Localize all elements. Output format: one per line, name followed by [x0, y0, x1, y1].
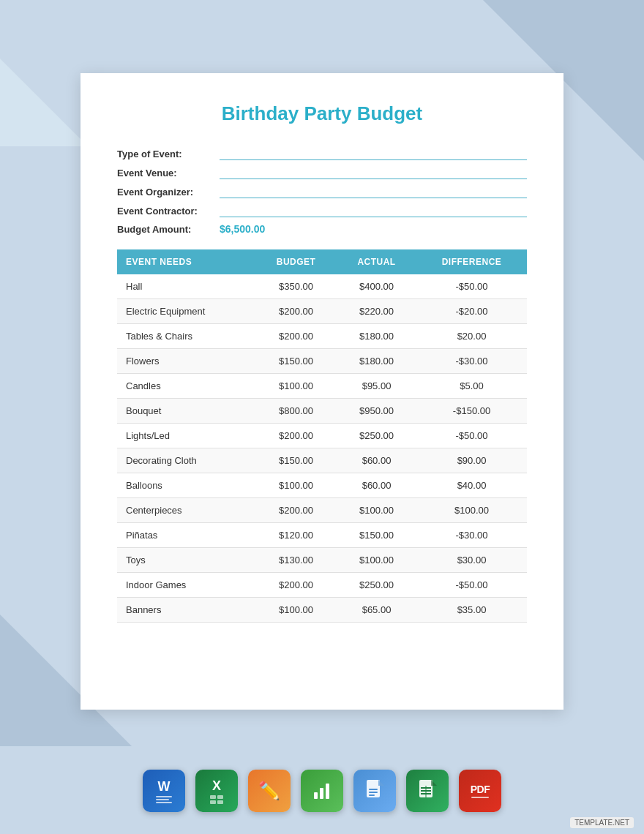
- cell-event-need: Tables & Chairs: [117, 324, 255, 349]
- pages-icon[interactable]: ✏️: [248, 770, 291, 812]
- form-row-budget-amount: Budget Amount: $6,500.00: [117, 223, 527, 235]
- cell-budget: $150.00: [255, 349, 337, 374]
- table-row: Indoor Games$200.00$250.00-$50.00: [117, 573, 527, 598]
- col-header-budget: BUDGET: [255, 249, 337, 274]
- excel-icon[interactable]: X: [195, 770, 238, 812]
- cell-difference: -$150.00: [416, 399, 527, 424]
- cell-event-need: Electric Equipment: [117, 299, 255, 324]
- cell-event-need: Flowers: [117, 349, 255, 374]
- cell-event-need: Toys: [117, 548, 255, 573]
- table-row: Tables & Chairs$200.00$180.00$20.00: [117, 324, 527, 349]
- cell-event-need: Banners: [117, 598, 255, 623]
- cell-difference: -$50.00: [416, 573, 527, 598]
- input-event-venue[interactable]: [220, 166, 527, 179]
- cell-event-need: Indoor Games: [117, 573, 255, 598]
- table-row: Piñatas$120.00$150.00-$30.00: [117, 523, 527, 548]
- cell-actual: $60.00: [337, 473, 416, 498]
- cell-difference: $35.00: [416, 598, 527, 623]
- cell-actual: $95.00: [337, 374, 416, 399]
- cell-event-need: Piñatas: [117, 523, 255, 548]
- cell-actual: $400.00: [337, 274, 416, 299]
- cell-actual: $220.00: [337, 299, 416, 324]
- cell-difference: -$50.00: [416, 274, 527, 299]
- table-row: Toys$130.00$100.00$30.00: [117, 548, 527, 573]
- cell-actual: $250.00: [337, 424, 416, 448]
- table-row: Candles$100.00$95.00$5.00: [117, 374, 527, 399]
- document-title: Birthday Party Budget: [117, 102, 527, 125]
- cell-budget: $200.00: [255, 424, 337, 448]
- cell-actual: $60.00: [337, 448, 416, 473]
- label-event-venue: Event Venue:: [117, 168, 220, 179]
- google-docs-icon[interactable]: [353, 770, 396, 812]
- value-budget-amount: $6,500.00: [220, 223, 265, 235]
- table-row: Balloons$100.00$60.00$40.00: [117, 473, 527, 498]
- cell-difference: $20.00: [416, 324, 527, 349]
- table-header-row: EVENT NEEDS BUDGET ACTUAL DIFFERENCE: [117, 249, 527, 274]
- cell-event-need: Balloons: [117, 473, 255, 498]
- cell-budget: $200.00: [255, 324, 337, 349]
- cell-actual: $180.00: [337, 349, 416, 374]
- cell-difference: $100.00: [416, 498, 527, 523]
- col-header-event-needs: EVENT NEEDS: [117, 249, 255, 274]
- cell-difference: -$30.00: [416, 523, 527, 548]
- table-row: Banners$100.00$65.00$35.00: [117, 598, 527, 623]
- form-row-contractor: Event Contractor:: [117, 204, 527, 217]
- col-header-difference: DIFFERENCE: [416, 249, 527, 274]
- pdf-icon[interactable]: PDF: [459, 770, 501, 812]
- form-row-organizer: Event Organizer:: [117, 185, 527, 198]
- cell-actual: $100.00: [337, 548, 416, 573]
- cell-budget: $800.00: [255, 399, 337, 424]
- table-row: Electric Equipment$200.00$220.00-$20.00: [117, 299, 527, 324]
- label-budget-amount: Budget Amount:: [117, 224, 220, 235]
- table-row: Lights/Led$200.00$250.00-$50.00: [117, 424, 527, 448]
- cell-actual: $180.00: [337, 324, 416, 349]
- form-row-type: Type of Event:: [117, 147, 527, 160]
- budget-table: EVENT NEEDS BUDGET ACTUAL DIFFERENCE Hal…: [117, 249, 527, 623]
- svg-rect-0: [314, 792, 318, 799]
- input-event-contractor[interactable]: [220, 204, 527, 217]
- cell-difference: -$50.00: [416, 424, 527, 448]
- cell-budget: $100.00: [255, 473, 337, 498]
- form-section: Type of Event: Event Venue: Event Organi…: [117, 147, 527, 235]
- cell-difference: -$30.00: [416, 349, 527, 374]
- cell-actual: $250.00: [337, 573, 416, 598]
- cell-actual: $150.00: [337, 523, 416, 548]
- numbers-icon[interactable]: [301, 770, 343, 812]
- document-card: Birthday Party Budget Type of Event: Eve…: [80, 73, 564, 710]
- svg-rect-1: [320, 788, 323, 799]
- label-event-contractor: Event Contractor:: [117, 206, 220, 217]
- table-row: Bouquet$800.00$950.00-$150.00: [117, 399, 527, 424]
- cell-event-need: Candles: [117, 374, 255, 399]
- cell-difference: -$20.00: [416, 299, 527, 324]
- app-icons-bar: W X ✏️: [0, 770, 644, 812]
- label-event-organizer: Event Organizer:: [117, 187, 220, 198]
- cell-actual: $65.00: [337, 598, 416, 623]
- cell-budget: $100.00: [255, 598, 337, 623]
- cell-budget: $100.00: [255, 374, 337, 399]
- cell-difference: $5.00: [416, 374, 527, 399]
- cell-difference: $30.00: [416, 548, 527, 573]
- cell-budget: $200.00: [255, 498, 337, 523]
- bg-decoration-top-left: [0, 59, 88, 146]
- word-icon[interactable]: W: [143, 770, 185, 812]
- cell-budget: $200.00: [255, 299, 337, 324]
- cell-difference: $90.00: [416, 448, 527, 473]
- watermark: TEMPLATE.NET: [570, 817, 634, 828]
- table-row: Hall$350.00$400.00-$50.00: [117, 274, 527, 299]
- google-sheets-icon[interactable]: [406, 770, 449, 812]
- cell-budget: $130.00: [255, 548, 337, 573]
- cell-event-need: Lights/Led: [117, 424, 255, 448]
- cell-budget: $200.00: [255, 573, 337, 598]
- svg-rect-6: [369, 792, 378, 793]
- label-type-of-event: Type of Event:: [117, 149, 220, 159]
- cell-budget: $120.00: [255, 523, 337, 548]
- svg-rect-7: [369, 794, 375, 796]
- cell-actual: $100.00: [337, 498, 416, 523]
- svg-rect-2: [326, 784, 329, 799]
- svg-rect-5: [369, 789, 378, 790]
- cell-actual: $950.00: [337, 399, 416, 424]
- cell-event-need: Decorating Cloth: [117, 448, 255, 473]
- input-event-organizer[interactable]: [220, 185, 527, 198]
- input-type-of-event[interactable]: [220, 147, 527, 160]
- cell-budget: $350.00: [255, 274, 337, 299]
